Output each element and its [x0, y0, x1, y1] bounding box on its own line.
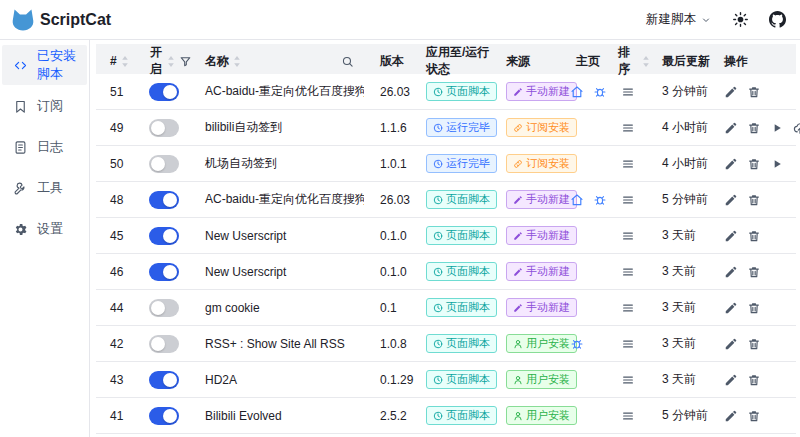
table-row: 49bilibili自动签到1.1.6运行完毕订阅安装4 小时前 [96, 110, 796, 146]
sidebar-item-subscriptions[interactable]: 订阅 [2, 86, 87, 126]
column-header-status: 应用至/运行状态 [416, 44, 496, 78]
source-badge[interactable]: 订阅安装 [506, 118, 577, 137]
source-badge[interactable]: 用户安装 [506, 370, 577, 389]
enable-toggle[interactable] [149, 407, 179, 425]
status-badge[interactable]: 页面脚本 [426, 406, 497, 425]
enable-toggle[interactable] [149, 371, 179, 389]
edit-icon[interactable] [724, 337, 738, 351]
sort-carets-icon[interactable] [642, 55, 650, 68]
enable-toggle[interactable] [149, 119, 179, 137]
source-badge[interactable]: 手动新建 [506, 298, 577, 317]
run-icon[interactable] [770, 121, 784, 135]
script-name[interactable]: AC-baidu-重定向优化百度搜狗谷歌... [192, 83, 364, 100]
delete-icon[interactable] [747, 373, 761, 387]
delete-icon[interactable] [747, 337, 761, 351]
drag-handle-icon[interactable] [621, 373, 635, 387]
edit-icon[interactable] [724, 229, 738, 243]
enable-toggle[interactable] [149, 155, 179, 173]
run-icon[interactable] [770, 157, 784, 171]
script-name[interactable]: HD2A [192, 373, 364, 387]
delete-icon[interactable] [747, 85, 761, 99]
github-icon[interactable] [769, 11, 786, 28]
script-name[interactable]: 机场自动签到 [192, 155, 364, 172]
bug-icon[interactable] [593, 193, 607, 207]
status-badge[interactable]: 页面脚本 [426, 190, 497, 209]
row-index: 48 [96, 193, 136, 207]
source-badge[interactable]: 用户安装 [506, 406, 577, 425]
home-icon[interactable] [570, 85, 584, 99]
new-script-button[interactable]: 新建脚本 [646, 11, 712, 28]
sort-carets-icon[interactable] [121, 55, 129, 68]
status-badge[interactable]: 运行完毕 [426, 118, 497, 137]
drag-handle-icon[interactable] [621, 301, 635, 315]
user-icon [513, 339, 523, 349]
cloud-upload-icon[interactable] [793, 121, 800, 135]
source-badge[interactable]: 手动新建 [506, 262, 577, 281]
status-badge[interactable]: 运行完毕 [426, 154, 497, 173]
edit-icon[interactable] [724, 409, 738, 423]
script-name[interactable]: AC-baidu-重定向优化百度搜狗谷歌... [192, 191, 364, 208]
status-badge[interactable]: 页面脚本 [426, 226, 497, 245]
source-badge[interactable]: 手动新建 [506, 226, 577, 245]
edit-icon[interactable] [724, 265, 738, 279]
drag-handle-icon[interactable] [621, 265, 635, 279]
sidebar-item-settings[interactable]: 设置 [2, 209, 87, 249]
status-badge[interactable]: 页面脚本 [426, 370, 497, 389]
enable-toggle[interactable] [149, 335, 179, 353]
delete-icon[interactable] [747, 409, 761, 423]
sort-carets-icon[interactable] [167, 55, 175, 68]
status-badge[interactable]: 页面脚本 [426, 298, 497, 317]
delete-icon[interactable] [747, 193, 761, 207]
enable-toggle[interactable] [149, 83, 179, 101]
source-badge[interactable]: 订阅安装 [506, 154, 577, 173]
column-header-order[interactable]: 排序 [608, 44, 650, 78]
column-header-index[interactable]: # [96, 54, 136, 68]
delete-icon[interactable] [747, 265, 761, 279]
edit-icon[interactable] [724, 157, 738, 171]
last-updated: 4 小时前 [650, 155, 718, 172]
edit-icon[interactable] [724, 193, 738, 207]
sidebar-item-tools[interactable]: 工具 [2, 168, 87, 208]
drag-handle-icon[interactable] [621, 193, 635, 207]
sort-carets-icon[interactable] [233, 55, 241, 68]
script-name[interactable]: New Userscript [192, 229, 364, 243]
sidebar-item-logs[interactable]: 日志 [2, 127, 87, 167]
edit-icon[interactable] [724, 85, 738, 99]
delete-icon[interactable] [747, 301, 761, 315]
column-header-name[interactable]: 名称 [192, 53, 364, 70]
drag-handle-icon[interactable] [621, 121, 635, 135]
enable-toggle[interactable] [149, 191, 179, 209]
column-header-enabled[interactable]: 开启 [136, 44, 192, 78]
delete-icon[interactable] [747, 157, 761, 171]
bug-icon[interactable] [570, 337, 584, 351]
status-badge[interactable]: 页面脚本 [426, 82, 497, 101]
theme-toggle-icon[interactable] [732, 11, 749, 28]
script-version: 1.0.1 [364, 157, 416, 171]
drag-handle-icon[interactable] [621, 337, 635, 351]
edit-icon[interactable] [724, 121, 738, 135]
delete-icon[interactable] [747, 121, 761, 135]
script-name[interactable]: Bilibili Evolved [192, 409, 364, 423]
last-updated: 3 天前 [650, 227, 718, 244]
search-icon[interactable] [341, 55, 354, 68]
drag-handle-icon[interactable] [621, 157, 635, 171]
drag-handle-icon[interactable] [621, 85, 635, 99]
bug-icon[interactable] [593, 85, 607, 99]
enable-toggle[interactable] [149, 227, 179, 245]
edit-icon[interactable] [724, 373, 738, 387]
home-icon[interactable] [570, 193, 584, 207]
enable-toggle[interactable] [149, 263, 179, 281]
enable-toggle[interactable] [149, 299, 179, 317]
filter-icon[interactable] [179, 55, 192, 68]
script-name[interactable]: RSS+ : Show Site All RSS [192, 337, 364, 351]
script-name[interactable]: New Userscript [192, 265, 364, 279]
status-badge[interactable]: 页面脚本 [426, 262, 497, 281]
drag-handle-icon[interactable] [621, 229, 635, 243]
sidebar-item-installed-scripts[interactable]: 已安装脚本 [2, 45, 87, 85]
delete-icon[interactable] [747, 229, 761, 243]
edit-icon[interactable] [724, 301, 738, 315]
script-name[interactable]: bilibili自动签到 [192, 119, 364, 136]
drag-handle-icon[interactable] [621, 409, 635, 423]
script-name[interactable]: gm cookie [192, 301, 364, 315]
status-badge[interactable]: 页面脚本 [426, 334, 497, 353]
